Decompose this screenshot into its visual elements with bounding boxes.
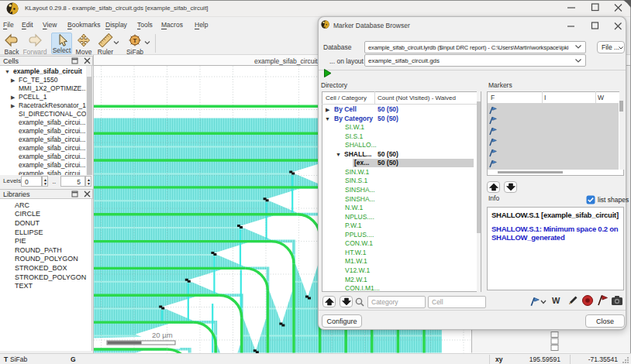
- svg-text:T: T: [133, 37, 137, 44]
- svg-text:20 µm: 20 µm: [152, 330, 173, 338]
